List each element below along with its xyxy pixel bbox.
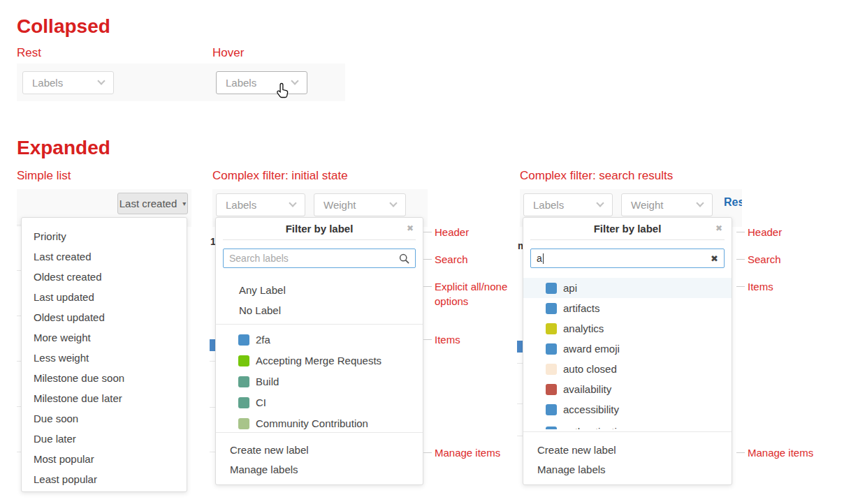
sort-option[interactable]: Less weight: [22, 348, 187, 368]
labels-filter-dropdown[interactable]: Labels: [523, 193, 613, 216]
annotation-items: Items: [748, 279, 773, 294]
chevron-down-icon: [389, 199, 397, 207]
sort-option[interactable]: Priority: [22, 226, 187, 246]
labels-dropdown-hover[interactable]: Labels: [216, 71, 307, 94]
background-separator-fragment: [517, 363, 523, 364]
background-separator-fragment: [210, 407, 215, 408]
panel-title: Filter by label: [216, 218, 423, 239]
sort-dropdown-toggle[interactable]: Last created ▾: [117, 193, 188, 214]
sort-option[interactable]: Last updated: [22, 287, 187, 307]
sort-option[interactable]: Milestone due soon: [22, 368, 187, 388]
label-color-chip: [238, 397, 249, 408]
chevron-down-icon: [289, 199, 296, 207]
label-color-chip: [238, 334, 249, 346]
background-label-pill-fragment: [210, 339, 215, 351]
chevron-down-icon: [596, 199, 604, 207]
reset-link-clipped[interactable]: Res: [724, 196, 742, 209]
section-title-collapsed: Collapsed: [17, 15, 110, 38]
label-search-placeholder: Search labels: [229, 253, 399, 264]
labels-filter-dropdown-label: Labels: [533, 199, 564, 211]
background-separator-fragment: [517, 436, 523, 436]
divider: [216, 324, 423, 325]
option-any-label[interactable]: Any Label: [216, 280, 423, 300]
background-label-pill-fragment: [517, 341, 523, 353]
design-spec-page: Collapsed Rest Hover Labels Labels Expan…: [0, 0, 851, 504]
label-option-clipped[interactable]: authentication: [523, 420, 732, 429]
background-text-fragment: 1: [210, 236, 215, 248]
annotation-search: Search: [748, 252, 781, 267]
label-color-chip: [238, 376, 249, 387]
sort-option[interactable]: Most popular: [22, 449, 187, 469]
label-option[interactable]: availability: [523, 379, 732, 399]
manage-labels-link[interactable]: Manage labels: [216, 459, 423, 479]
text-cursor: [543, 253, 544, 264]
sort-option[interactable]: Oldest created: [22, 267, 187, 287]
chevron-down-icon: [696, 199, 704, 207]
divider: [523, 431, 732, 432]
label-search-input[interactable]: a ✖: [530, 249, 725, 268]
chevron-down-icon: [291, 77, 298, 84]
weight-filter-dropdown[interactable]: Weight: [621, 193, 713, 216]
label-color-chip: [546, 427, 557, 430]
label-option-name: availability: [563, 383, 611, 395]
label-option-name: auto closed: [563, 363, 617, 375]
label-option[interactable]: 2fa: [216, 329, 423, 350]
sort-option[interactable]: Least popular: [22, 469, 187, 489]
label-option[interactable]: accessibility: [523, 399, 732, 420]
example-title-complex-initial: Complex filter: initial state: [212, 169, 348, 183]
divider: [223, 239, 416, 240]
labels-filter-dropdown[interactable]: Labels: [216, 193, 305, 216]
close-icon[interactable]: ✖: [715, 223, 722, 233]
option-no-label[interactable]: No Label: [216, 300, 423, 320]
label-option[interactable]: artifacts: [523, 298, 732, 318]
label-filter-panel-search-results: Filter by label ✖ a ✖ api artifacts anal…: [523, 217, 732, 485]
annotation-manage-items: Manage items: [435, 445, 500, 460]
manage-labels-link[interactable]: Manage labels: [523, 459, 732, 479]
sort-option[interactable]: Milestone due later: [22, 388, 187, 408]
label-option[interactable]: Build: [216, 371, 423, 392]
label-option[interactable]: Community Contribution: [216, 413, 423, 433]
label-option[interactable]: Accepting Merge Requests: [216, 350, 423, 371]
annotation-header: Header: [748, 225, 782, 239]
label-color-chip: [546, 303, 557, 314]
annotation-header: Header: [435, 225, 469, 239]
simple-list-dropdown-panel: Priority Last created Oldest created Las…: [21, 217, 187, 492]
label-color-chip: [238, 418, 249, 429]
annotation-items: Items: [435, 332, 460, 347]
labels-dropdown-rest[interactable]: Labels: [22, 71, 114, 94]
label-search-input[interactable]: Search labels: [223, 249, 416, 268]
label-color-chip: [546, 404, 557, 415]
close-icon[interactable]: ✖: [407, 223, 414, 233]
annotation-all-none: Explicit all/none options: [435, 279, 521, 309]
label-option[interactable]: CI: [216, 392, 423, 413]
label-option[interactable]: award emoji: [523, 339, 732, 359]
labels-filter-dropdown-label: Labels: [226, 199, 256, 211]
label-color-chip: [546, 343, 557, 355]
label-option-name: authentication: [563, 426, 628, 429]
label-option-name: 2fa: [256, 334, 270, 346]
create-new-label-link[interactable]: Create new label: [216, 440, 423, 459]
state-label-rest: Rest: [17, 46, 41, 60]
sort-option[interactable]: Due later: [22, 429, 187, 449]
label-option-highlighted[interactable]: api: [523, 278, 732, 298]
label-option-name: Community Contribution: [256, 417, 368, 429]
label-option-name: artifacts: [563, 302, 600, 314]
clear-search-icon[interactable]: ✖: [711, 253, 718, 264]
divider: [530, 239, 725, 240]
create-new-label-link[interactable]: Create new label: [523, 440, 732, 459]
sort-option[interactable]: Last created: [22, 246, 187, 267]
label-option[interactable]: auto closed: [523, 359, 732, 379]
annotation-search: Search: [435, 252, 468, 267]
state-label-hover: Hover: [212, 46, 244, 60]
label-option-name: Build: [256, 376, 279, 387]
annotation-manage-items: Manage items: [748, 445, 813, 460]
section-title-expanded: Expanded: [17, 137, 110, 159]
sort-option[interactable]: Oldest updated: [22, 307, 187, 327]
label-option[interactable]: analytics: [523, 318, 732, 339]
label-color-chip: [546, 323, 557, 334]
weight-filter-dropdown[interactable]: Weight: [314, 193, 406, 216]
weight-filter-dropdown-label: Weight: [631, 199, 663, 211]
sort-option[interactable]: More weight: [22, 327, 187, 348]
label-filter-panel-initial: Filter by label ✖ Search labels Any Labe…: [215, 217, 423, 485]
sort-option[interactable]: Due soon: [22, 408, 187, 429]
